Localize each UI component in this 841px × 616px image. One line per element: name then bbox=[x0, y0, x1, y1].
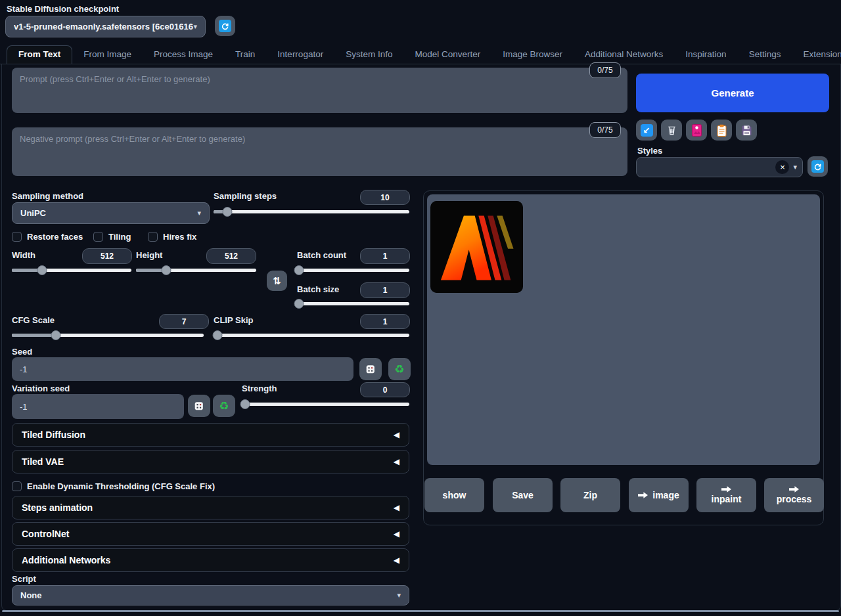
tab-model-converter[interactable]: Model Converter bbox=[403, 46, 491, 64]
reuse-seed-button[interactable]: ♻ bbox=[388, 358, 411, 380]
prompt-input[interactable] bbox=[12, 68, 627, 113]
variation-reuse-seed-button[interactable]: ♻ bbox=[213, 395, 235, 417]
tab-system-info[interactable]: System Info bbox=[334, 46, 403, 64]
accordion-steps-animation[interactable]: Steps animation ◀ bbox=[12, 496, 409, 519]
batch-size-slider[interactable] bbox=[297, 299, 409, 309]
strength-slider[interactable] bbox=[242, 399, 409, 410]
hires-fix-label: Hires fix bbox=[163, 232, 196, 242]
send-to-process-label: process bbox=[777, 494, 812, 504]
height-slider[interactable] bbox=[136, 265, 256, 276]
styles-dropdown[interactable]: × ▾ bbox=[636, 157, 803, 177]
height-value[interactable]: 512 bbox=[206, 248, 256, 264]
send-to-inpaint-button[interactable]: inpaint bbox=[696, 478, 756, 512]
accordion-tiled-vae[interactable]: Tiled VAE ◀ bbox=[12, 450, 409, 473]
generate-button[interactable]: Generate bbox=[636, 74, 829, 112]
accordion-arrow-icon: ◀ bbox=[394, 529, 399, 539]
caret-down-icon: ▾ bbox=[193, 22, 197, 31]
show-button[interactable]: show bbox=[424, 478, 484, 512]
width-value[interactable]: 512 bbox=[82, 248, 132, 264]
accordion-tiled-diffusion[interactable]: Tiled Diffusion ◀ bbox=[12, 423, 409, 447]
dynamic-thresholding-label: Enable Dynamic Thresholding (CFG Scale F… bbox=[27, 481, 215, 491]
restore-faces-label: Restore faces bbox=[27, 232, 83, 242]
random-seed-button[interactable] bbox=[359, 358, 382, 380]
arrow-right-icon bbox=[721, 486, 731, 493]
clear-prompt-button[interactable] bbox=[661, 120, 682, 141]
negative-prompt-input[interactable] bbox=[12, 127, 627, 176]
batch-count-label: Batch count bbox=[297, 250, 346, 260]
tab-settings[interactable]: Settings bbox=[738, 46, 792, 64]
accordion-title: Additional Networks bbox=[22, 555, 110, 565]
sampling-method-dropdown[interactable]: UniPC ▾ bbox=[12, 202, 210, 224]
clip-skip-value[interactable]: 1 bbox=[360, 314, 410, 329]
refresh-icon bbox=[811, 160, 824, 173]
dice-icon bbox=[193, 400, 205, 412]
tab-from-image[interactable]: From Image bbox=[72, 46, 143, 64]
sampling-method-label: Sampling method bbox=[12, 191, 83, 201]
seed-input[interactable] bbox=[12, 357, 353, 381]
variation-seed-label: Variation seed bbox=[12, 384, 70, 393]
tiling-checkbox[interactable] bbox=[93, 232, 103, 242]
cfg-scale-slider[interactable] bbox=[12, 330, 204, 341]
styles-refresh-button[interactable] bbox=[807, 156, 828, 177]
batch-count-value[interactable]: 1 bbox=[360, 248, 410, 264]
zip-button-label: Zip bbox=[583, 490, 597, 500]
tab-image-browser[interactable]: Image Browser bbox=[491, 46, 574, 64]
apply-styles-button[interactable] bbox=[711, 120, 732, 141]
floppy-icon bbox=[741, 125, 752, 136]
width-slider[interactable] bbox=[12, 265, 131, 276]
batch-count-slider[interactable] bbox=[297, 265, 409, 276]
strength-label: Strength bbox=[242, 384, 277, 393]
sampling-steps-value[interactable]: 10 bbox=[360, 190, 410, 205]
accordion-controlnet[interactable]: ControlNet ◀ bbox=[12, 522, 409, 546]
save-style-button[interactable] bbox=[736, 120, 757, 141]
tab-inspiration[interactable]: Inspiration bbox=[674, 46, 737, 64]
variation-seed-input[interactable] bbox=[12, 394, 184, 419]
tab-from-text[interactable]: From Text bbox=[7, 45, 72, 64]
restore-faces-checkbox[interactable] bbox=[12, 232, 22, 242]
gallery-image-area[interactable] bbox=[427, 194, 820, 465]
sampling-steps-slider[interactable] bbox=[214, 207, 409, 217]
paste-params-button[interactable]: ↙ bbox=[636, 120, 657, 141]
script-dropdown[interactable]: None ▾ bbox=[12, 585, 409, 605]
extra-networks-button[interactable] bbox=[686, 120, 707, 141]
script-label: Script bbox=[12, 574, 36, 584]
checkpoint-label: Stable Diffusion checkpoint bbox=[7, 4, 119, 14]
tiling-option: Tiling bbox=[93, 232, 131, 242]
clear-x-icon[interactable]: × bbox=[775, 160, 789, 174]
tab-interrogator[interactable]: Interrogator bbox=[266, 46, 334, 64]
tab-additional-networks[interactable]: Additional Networks bbox=[574, 46, 674, 64]
cfg-scale-value[interactable]: 7 bbox=[159, 314, 209, 329]
cfg-scale-label: CFG Scale bbox=[12, 315, 55, 325]
swap-dimensions-button[interactable]: ⇅ bbox=[267, 271, 287, 291]
sampling-steps-label: Sampling steps bbox=[214, 191, 277, 201]
tab-train[interactable]: Train bbox=[224, 46, 266, 64]
trash-icon bbox=[666, 124, 678, 137]
strength-value[interactable]: 0 bbox=[360, 382, 410, 397]
styles-label: Styles bbox=[637, 146, 662, 156]
send-to-image-label: image bbox=[652, 490, 679, 500]
checkpoint-refresh-button[interactable] bbox=[215, 16, 235, 36]
caret-down-icon: ▾ bbox=[197, 209, 201, 217]
caret-down-icon: ▾ bbox=[793, 163, 797, 171]
dynamic-thresholding-checkbox[interactable] bbox=[12, 481, 22, 491]
tab-process-image[interactable]: Process Image bbox=[143, 46, 224, 64]
batch-size-value[interactable]: 1 bbox=[360, 282, 410, 298]
send-to-process-button[interactable]: process bbox=[764, 478, 824, 512]
variation-random-seed-button[interactable] bbox=[188, 395, 210, 417]
hires-fix-checkbox[interactable] bbox=[148, 232, 158, 242]
tab-extensions[interactable]: Extensions bbox=[792, 46, 841, 64]
bottom-scroll-divider[interactable] bbox=[2, 610, 839, 612]
save-button[interactable]: Save bbox=[493, 478, 553, 512]
send-to-image-button[interactable]: image bbox=[629, 478, 689, 512]
accordion-title: Tiled VAE bbox=[22, 456, 64, 467]
restore-faces-option: Restore faces bbox=[12, 232, 83, 242]
clip-skip-slider[interactable] bbox=[214, 330, 409, 341]
checkpoint-dropdown[interactable]: v1-5-pruned-emaonly.safetensors [6ce0161… bbox=[5, 16, 206, 37]
zip-button[interactable]: Zip bbox=[560, 478, 620, 512]
arrow-right-icon bbox=[789, 486, 799, 493]
seed-label: Seed bbox=[12, 347, 32, 357]
tiling-label: Tiling bbox=[108, 232, 131, 242]
caret-down-icon: ▾ bbox=[397, 591, 401, 600]
gallery-thumbnail[interactable] bbox=[430, 201, 523, 293]
accordion-additional-networks[interactable]: Additional Networks ◀ bbox=[12, 548, 409, 572]
